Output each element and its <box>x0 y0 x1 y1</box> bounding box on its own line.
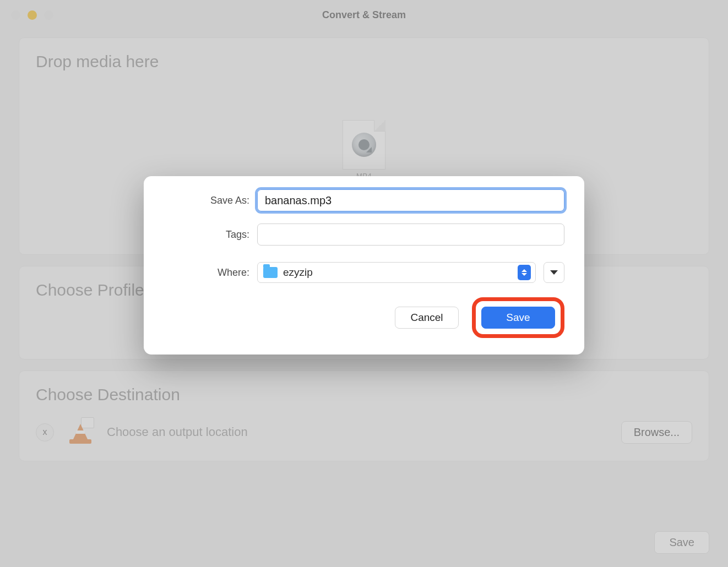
save-as-input[interactable] <box>257 189 564 211</box>
cancel-button[interactable]: Cancel <box>395 307 459 329</box>
vlc-cone-icon <box>67 421 94 444</box>
window-title: Convert & Stream <box>0 9 728 21</box>
clear-destination-button[interactable]: x <box>36 423 54 441</box>
close-window-button[interactable] <box>11 10 20 20</box>
choose-destination-panel: Choose Destination x Choose an output lo… <box>19 370 709 461</box>
folder-icon <box>263 267 278 278</box>
destination-placeholder-text: Choose an output location <box>107 425 248 439</box>
choose-destination-heading: Choose Destination <box>36 385 692 404</box>
minimize-window-button[interactable] <box>28 10 37 20</box>
traffic-lights <box>11 10 53 20</box>
browse-button[interactable]: Browse... <box>621 421 692 444</box>
zoom-window-button[interactable] <box>44 10 53 20</box>
window-save-button[interactable]: Save <box>654 531 709 554</box>
save-button-highlight: Save <box>472 297 564 338</box>
save-as-label: Save As: <box>164 195 257 206</box>
where-label: Where: <box>164 267 257 279</box>
expand-save-dialog-button[interactable] <box>544 262 564 283</box>
quicktime-file-icon <box>343 120 385 170</box>
dropped-file[interactable]: MP4 <box>343 120 385 180</box>
drop-media-heading: Drop media here <box>36 52 692 71</box>
save-sheet: Save As: Tags: Where: ezyzip <box>144 176 584 355</box>
convert-stream-window: Convert & Stream Drop media here MP4 Cho… <box>0 0 728 567</box>
where-stepper-icon <box>518 265 531 280</box>
tags-label: Tags: <box>164 229 257 241</box>
chevron-down-icon <box>550 270 558 275</box>
titlebar: Convert & Stream <box>0 0 728 30</box>
where-folder-name: ezyzip <box>283 266 313 279</box>
save-button[interactable]: Save <box>481 307 555 329</box>
tags-input[interactable] <box>257 223 564 246</box>
destination-row: x Choose an output location Browse... <box>36 421 692 444</box>
where-folder-select[interactable]: ezyzip <box>257 262 536 283</box>
